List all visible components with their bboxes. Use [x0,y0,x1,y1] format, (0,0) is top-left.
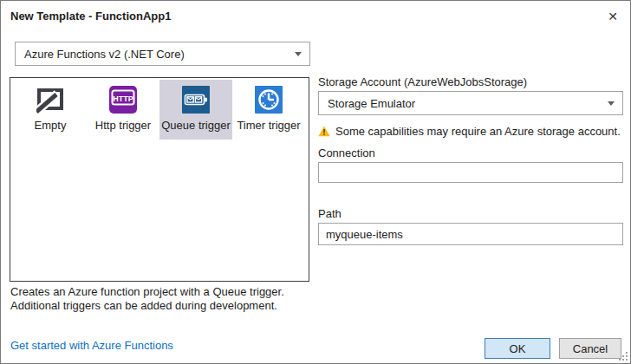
template-list: Empty HTTP Http trigger [10,77,309,282]
new-template-dialog: { "window": { "title": "New Template - F… [0,0,631,364]
description-line1: Creates an Azure function project with a… [10,285,284,299]
template-item-empty[interactable]: Empty [14,80,87,140]
timer-trigger-icon [255,86,283,114]
chevron-down-icon [608,101,615,106]
template-item-timer-trigger[interactable]: Timer trigger [232,80,305,140]
close-icon[interactable]: ✕ [602,6,623,27]
storage-account-label: Storage Account (AzureWebJobsStorage) [318,75,527,88]
runtime-version-select[interactable]: Azure Functions v2 (.NET Core) [15,42,310,66]
storage-warning: Some capabilities may require an Azure s… [318,125,621,138]
template-description: Creates an Azure function project with a… [10,285,284,313]
empty-project-icon [36,86,64,114]
path-label: Path [318,207,342,220]
cancel-button[interactable]: Cancel [559,338,621,359]
template-item-http-trigger[interactable]: HTTP Http trigger [87,80,159,140]
template-item-queue-trigger[interactable]: Queue trigger [159,80,232,140]
description-line2: Additional triggers can be added during … [10,299,284,313]
path-input[interactable] [318,223,623,245]
storage-account-select[interactable]: Storage Emulator [318,91,623,115]
connection-input[interactable] [318,162,623,183]
http-trigger-icon: HTTP [109,86,137,114]
ok-button[interactable]: OK [485,338,550,359]
warning-icon [318,126,330,137]
connection-label: Connection [318,146,375,159]
runtime-version-value: Azure Functions v2 (.NET Core) [24,48,185,61]
svg-text:HTTP: HTTP [113,94,133,103]
resize-grip-icon[interactable] [618,351,628,361]
storage-account-value: Storage Emulator [328,97,415,110]
queue-trigger-icon [182,86,210,114]
template-item-label: Empty [35,119,67,132]
warning-text: Some capabilities may require an Azure s… [335,125,621,138]
chevron-down-icon [295,52,302,56]
dialog-title: New Template - FunctionApp1 [10,10,171,23]
get-started-link[interactable]: Get started with Azure Functions [10,339,173,352]
template-item-label: Http trigger [95,119,151,132]
template-item-label: Queue trigger [161,119,231,132]
template-row: Empty HTTP Http trigger [10,78,309,140]
template-item-label: Timer trigger [237,119,300,132]
